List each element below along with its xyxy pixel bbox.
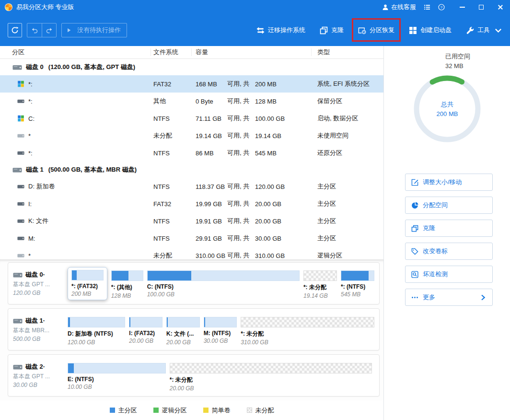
cell-partition: *: bbox=[0, 98, 151, 105]
close-button[interactable] bbox=[491, 0, 510, 14]
partition-segment[interactable]: I: (FAT32)20.00 GB bbox=[129, 314, 162, 344]
pending-operations-group: 没有待执行操作 bbox=[61, 23, 127, 37]
column-type: 类型 bbox=[312, 48, 383, 57]
partition-label: *: (其他) bbox=[111, 283, 143, 292]
partition-label: *: (NTFS) bbox=[341, 283, 374, 290]
disk-segments: E: (NTFS)10.00 GB*: 未分配20.00 GB bbox=[66, 360, 374, 392]
toolbar-action-migrate-os[interactable]: 迁移操作系统 bbox=[256, 26, 305, 35]
surface-test-icon bbox=[411, 271, 418, 278]
redo-button[interactable] bbox=[42, 23, 56, 37]
partition-segment[interactable]: K: 文件 (...20.00 GB bbox=[166, 314, 200, 346]
partition-segment[interactable]: *: 未分配19.14 GB bbox=[303, 267, 337, 299]
pending-operations-label: 没有待执行操作 bbox=[76, 26, 127, 35]
partition-segment[interactable]: *: 未分配310.00 GB bbox=[241, 314, 374, 346]
table-header: 分区 文件系统 容量 类型 bbox=[0, 46, 383, 59]
partition-size: 20.00 GB bbox=[129, 338, 162, 344]
disk-size: 30.00 GB bbox=[13, 382, 66, 388]
menu-icon[interactable] bbox=[424, 4, 430, 11]
disk-drive-icon bbox=[13, 271, 23, 279]
disk-name: 磁盘 1· bbox=[25, 316, 45, 325]
toolbar-action-partition-recovery[interactable]: 分区恢复 bbox=[358, 26, 394, 35]
play-icon bbox=[66, 27, 72, 33]
disk-group-row[interactable]: 磁盘 0(120.00 GB, 基本盘, GPT 磁盘) bbox=[0, 59, 383, 75]
action-change-label-button[interactable]: 改变卷标 bbox=[405, 243, 493, 260]
cell-partition: *: bbox=[0, 81, 151, 88]
disk-group-info: (500.00 GB, 基本盘, MBR 磁盘) bbox=[48, 165, 137, 174]
capacity-available-label: 可用, 共 bbox=[227, 114, 255, 123]
partition-size: 20.00 GB bbox=[170, 385, 372, 392]
capacity-used: 168 MB bbox=[196, 81, 227, 88]
cell-filesystem: NTFS bbox=[151, 235, 192, 242]
action-allocate-space-button[interactable]: 分配空间 bbox=[405, 197, 493, 214]
apply-operations-button[interactable] bbox=[62, 23, 76, 37]
undo-button[interactable] bbox=[27, 23, 42, 37]
minimize-button[interactable] bbox=[452, 0, 472, 14]
toolbar-action-tools[interactable]: 工具 bbox=[466, 26, 502, 35]
partition-segment[interactable]: C: (NTFS)100.00 GB bbox=[147, 267, 300, 298]
partition-segment[interactable]: *: (FAT32)200 MB bbox=[68, 267, 107, 300]
partition-row[interactable]: *未分配310.00 GB可用, 共310.00 GB逻辑分区 bbox=[0, 247, 383, 259]
partition-segment[interactable]: *: (其他)128 MB bbox=[111, 267, 143, 299]
action-clone-button[interactable]: 克隆 bbox=[405, 220, 493, 237]
clone-icon bbox=[320, 26, 328, 35]
partition-name: K: 文件 bbox=[28, 217, 48, 225]
cell-partition: * bbox=[0, 252, 151, 259]
refresh-button[interactable] bbox=[8, 23, 22, 37]
partition-segment[interactable]: E: (NTFS)10.00 GB bbox=[68, 360, 166, 390]
partition-segment[interactable]: D: 新加卷 (NTFS)120.00 GB bbox=[68, 314, 125, 346]
partition-label: C: (NTFS) bbox=[147, 283, 300, 290]
action-more-button[interactable]: 更多 bbox=[405, 289, 493, 306]
disk-panel: 磁盘 0·基本盘 GPT ...120.00 GB*: (FAT32)200 M… bbox=[8, 262, 380, 304]
partition-row[interactable]: I:FAT3219.99 GB可用, 共20.00 GB主分区 bbox=[0, 195, 383, 212]
maximize-button[interactable] bbox=[472, 0, 491, 14]
drive-icon bbox=[17, 200, 24, 207]
partition-usage-bar bbox=[341, 270, 374, 281]
action-resize-move-button[interactable]: 调整大小/移动 bbox=[405, 174, 493, 191]
disk-group-row[interactable]: 磁盘 1(500.00 GB, 基本盘, MBR 磁盘) bbox=[0, 162, 383, 178]
disk-group-name: 磁盘 0 bbox=[26, 63, 44, 71]
partition-segment[interactable]: *: 未分配20.00 GB bbox=[170, 360, 372, 392]
partition-size: 545 MB bbox=[341, 291, 374, 298]
unallocated-bar bbox=[303, 270, 337, 281]
unallocated-drive-icon bbox=[17, 252, 24, 259]
cell-type: 保留分区 bbox=[312, 97, 383, 105]
toolbar-action-create-bootable-media[interactable]: 创建启动盘 bbox=[409, 26, 452, 35]
partition-size: 100.00 GB bbox=[147, 291, 300, 298]
partition-row[interactable]: M:NTFS29.91 GB可用, 共30.00 GB主分区 bbox=[0, 230, 383, 247]
unallocated-bar bbox=[170, 363, 372, 373]
partition-row[interactable]: *未分配19.14 GB可用, 共19.14 GB未使用空间 bbox=[0, 127, 383, 144]
legend-item: 主分区 bbox=[110, 406, 137, 415]
partition-recovery-icon bbox=[358, 26, 366, 35]
action-label: 分配空间 bbox=[423, 201, 448, 210]
partition-row[interactable]: D: 新加卷NTFS118.37 GB可用, 共120.00 GB主分区 bbox=[0, 178, 383, 195]
action-surface-test-button[interactable]: 坏道检测 bbox=[405, 266, 493, 283]
cell-filesystem: NTFS bbox=[151, 218, 192, 225]
sidebar-actions: 调整大小/移动分配空间克隆改变卷标坏道检测更多 bbox=[384, 166, 510, 306]
help-icon[interactable]: ? bbox=[438, 4, 445, 11]
partition-name: I: bbox=[28, 200, 32, 208]
minimize-icon bbox=[460, 7, 465, 8]
used-space-value: 32 MB bbox=[445, 61, 470, 71]
partition-row[interactable]: C:NTFS71.11 GB可用, 共100.00 GB启动, 数据分区 bbox=[0, 110, 383, 127]
partition-segment[interactable]: M: (NTFS)30.00 GB bbox=[204, 314, 237, 344]
partition-size: 20.00 GB bbox=[166, 339, 200, 346]
used-arc bbox=[411, 73, 483, 145]
left-pane: 分区 文件系统 容量 类型 磁盘 0(120.00 GB, 基本盘, GPT 磁… bbox=[0, 46, 383, 420]
cell-partition: M: bbox=[0, 235, 151, 242]
partition-row[interactable]: K: 文件NTFS19.91 GB可用, 共20.00 GB主分区 bbox=[0, 212, 383, 230]
partition-row[interactable]: *:FAT32168 MB可用, 共200 MB系统, EFI 系统分区 bbox=[0, 75, 383, 93]
capacity-total: 545 MB bbox=[255, 150, 277, 157]
partition-size: 19.14 GB bbox=[303, 292, 337, 299]
partition-row[interactable]: *:其他0 Byte可用, 共128 MB保留分区 bbox=[0, 93, 383, 110]
toolbar-action-clone[interactable]: 克隆 bbox=[320, 26, 344, 35]
partition-row[interactable]: *:NTFS86 MB可用, 共545 MB还原分区 bbox=[0, 144, 383, 162]
partition-usage-bar bbox=[166, 317, 200, 327]
undo-redo-group bbox=[27, 23, 57, 37]
usage-donut-chart bbox=[411, 73, 483, 145]
titlebar: 易我分区大师 专业版 在线客服 ? bbox=[0, 0, 510, 14]
partition-segment[interactable]: *: (NTFS)545 MB bbox=[341, 267, 374, 298]
close-icon bbox=[498, 4, 503, 10]
capacity-used: 71.11 GB bbox=[196, 115, 227, 122]
online-support-button[interactable]: 在线客服 bbox=[382, 3, 416, 12]
cell-partition: C: bbox=[0, 115, 151, 122]
